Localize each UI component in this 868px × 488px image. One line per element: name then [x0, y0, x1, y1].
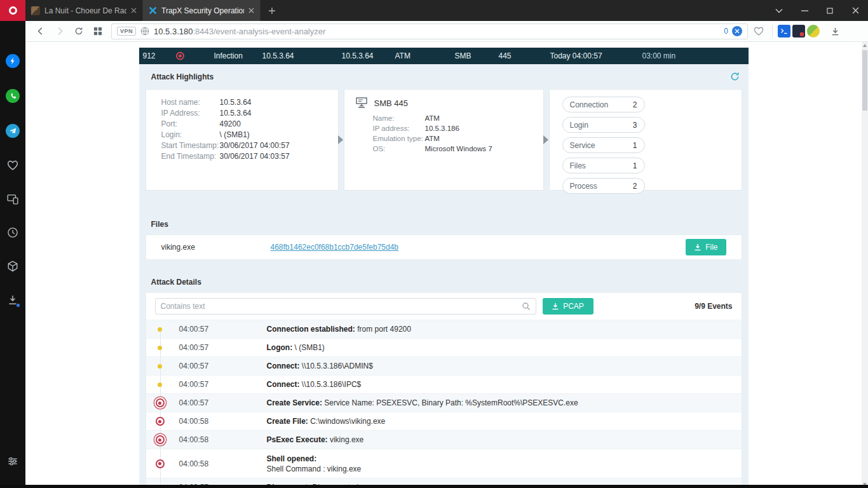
- counter-label: Login: [570, 121, 588, 130]
- high-severity-target-icon: [156, 435, 165, 444]
- search-input[interactable]: [161, 302, 522, 311]
- kv-value: 30/06/2017 04:00:57: [220, 140, 290, 151]
- kv-label: Login:: [161, 130, 220, 140]
- event-label: Connection established:: [267, 325, 355, 334]
- counter-files[interactable]: Files1: [562, 158, 645, 173]
- toolbar-divider: [772, 25, 773, 37]
- file-name: viking.exe: [161, 243, 271, 252]
- telegram-icon[interactable]: [6, 124, 20, 138]
- url-host: 10.5.3.180: [154, 27, 193, 36]
- counter-service[interactable]: Service1: [562, 137, 645, 153]
- tab-close-icon[interactable]: [248, 8, 254, 13]
- vpn-badge[interactable]: VPN: [117, 27, 136, 36]
- extension-icon-2[interactable]: [792, 25, 805, 37]
- minimize-button[interactable]: [792, 0, 817, 21]
- counter-label: Files: [570, 161, 586, 170]
- event-id: 912: [143, 51, 156, 60]
- kv-label: IP Address:: [161, 108, 220, 119]
- counter-login[interactable]: Login3: [562, 117, 645, 133]
- event-text: \\10.5.3.186\ADMIN$: [300, 362, 373, 370]
- event-time: 04:00:58: [174, 417, 267, 426]
- event-label: Create Service:: [267, 398, 322, 407]
- counter-value: 1: [633, 141, 637, 150]
- kv-value: 49200: [220, 119, 241, 130]
- refresh-icon[interactable]: [730, 72, 740, 81]
- event-item[interactable]: 04:00:58 Create File: C:\windows\viking.…: [146, 412, 742, 430]
- kv-value: ATM: [425, 133, 440, 144]
- reload-button[interactable]: [70, 23, 87, 39]
- event-type: Infection: [214, 51, 243, 60]
- counter-label: Process: [570, 182, 597, 191]
- window-controls: [766, 0, 868, 21]
- counter-process[interactable]: Process2: [562, 178, 645, 194]
- event-target-ip: 10.5.3.64: [342, 51, 374, 60]
- event-time: 04:00:57: [174, 325, 267, 334]
- tab-menu-icon[interactable]: [766, 0, 792, 21]
- speed-dial-icon[interactable]: [89, 23, 106, 39]
- event-item[interactable]: 04:00:57 Logon: \ (SMB1): [146, 338, 742, 356]
- url-text: 10.5.3.180:8443/event-analysis-event-ana…: [154, 27, 325, 36]
- forward-button[interactable]: [51, 23, 68, 39]
- extension-icon-3[interactable]: [807, 25, 820, 37]
- pcap-download-button[interactable]: PCAP: [543, 298, 593, 315]
- event-item[interactable]: 04:00:57 Connect: \\10.5.3.186\ADMIN$: [146, 356, 742, 375]
- messenger-icon[interactable]: [6, 54, 20, 68]
- pcap-button-label: PCAP: [563, 302, 584, 311]
- file-download-button[interactable]: File: [686, 239, 726, 255]
- downloads-button[interactable]: [827, 23, 844, 39]
- event-time: 04:00:57: [174, 343, 267, 352]
- selected-event-row[interactable]: 912 Infection 10.5.3.64 10.5.3.64 ATM SM…: [139, 48, 749, 64]
- blocker-shield-icon[interactable]: [732, 26, 742, 36]
- extensions-cube-icon[interactable]: [6, 260, 19, 273]
- scrollbar-thumb[interactable]: [862, 50, 867, 111]
- page-scrollbar[interactable]: [862, 42, 868, 488]
- close-button[interactable]: [843, 0, 868, 21]
- event-source-ip: 10.5.3.64: [262, 51, 294, 60]
- blocked-count: 0: [724, 27, 728, 36]
- event-item[interactable]: 04:00:58 PsExec Execute: viking.exe: [146, 430, 742, 449]
- trapx-favicon: [149, 6, 157, 15]
- counter-label: Service: [570, 141, 595, 150]
- globe-icon: [140, 27, 149, 36]
- my-flow-icon[interactable]: [6, 193, 19, 205]
- address-bar[interactable]: VPN 10.5.3.180:8443/event-analysis-event…: [111, 24, 748, 39]
- kv-value: \ (SMB1): [220, 130, 250, 140]
- smb-server-icon: [355, 97, 369, 109]
- event-counters-card: Connection2 Login3 Service1 Files1 Proce…: [549, 89, 742, 191]
- scroll-up-arrow[interactable]: [863, 44, 867, 47]
- new-tab-button[interactable]: [261, 0, 283, 21]
- kv-value: 10.5.3.186: [425, 123, 459, 133]
- event-analyzer-panel: 912 Infection 10.5.3.64 10.5.3.64 ATM SM…: [139, 48, 749, 488]
- downloads-sidebar-icon[interactable]: [6, 294, 19, 306]
- event-item[interactable]: 04:00:57 Connection established: from po…: [146, 320, 742, 338]
- download-notification-dot: [16, 303, 20, 308]
- event-item[interactable]: 04:00:57 Create Service: Service Name: P…: [146, 393, 742, 412]
- event-port: 445: [499, 51, 512, 60]
- maximize-button[interactable]: [817, 0, 843, 21]
- taskbar-edge: [0, 485, 868, 488]
- kv-value: 10.5.3.64: [220, 97, 252, 108]
- history-clock-icon[interactable]: [6, 226, 19, 239]
- kv-value: ATM: [425, 113, 440, 123]
- extension-terminal-icon[interactable]: [778, 25, 790, 37]
- low-severity-dot-icon: [158, 346, 162, 350]
- event-label: Connect:: [267, 362, 300, 370]
- event-item[interactable]: 04:00:57 Connect: \\10.5.3.186\IPC$: [146, 375, 742, 393]
- search-box[interactable]: [155, 298, 536, 315]
- file-hash-link[interactable]: 468fb1462ec0f68b1ccb7de5feb75d4b: [271, 243, 686, 252]
- tab-close-icon[interactable]: [131, 8, 137, 13]
- tab-trapx[interactable]: TrapX Security Operations: [143, 0, 261, 21]
- event-item[interactable]: 04:00:58 Shell opened: Shell Command : v…: [146, 449, 742, 478]
- sidebar-settings-icon[interactable]: [6, 455, 19, 468]
- tab-favicon: [31, 6, 40, 15]
- events-count: 9/9 Events: [695, 302, 732, 311]
- favorites-heart-icon[interactable]: [6, 159, 19, 172]
- save-heart-icon[interactable]: [750, 23, 767, 39]
- whatsapp-icon[interactable]: [6, 89, 20, 103]
- tab-la-nuit[interactable]: La Nuit - Choeur De Radio: [25, 0, 143, 21]
- kv-label: Emulation type:: [373, 133, 425, 144]
- counter-connection[interactable]: Connection2: [562, 97, 645, 112]
- back-button[interactable]: [32, 23, 49, 39]
- url-path: :8443/event-analysis-event-analyzer: [193, 27, 325, 36]
- opera-menu-button[interactable]: [0, 0, 25, 21]
